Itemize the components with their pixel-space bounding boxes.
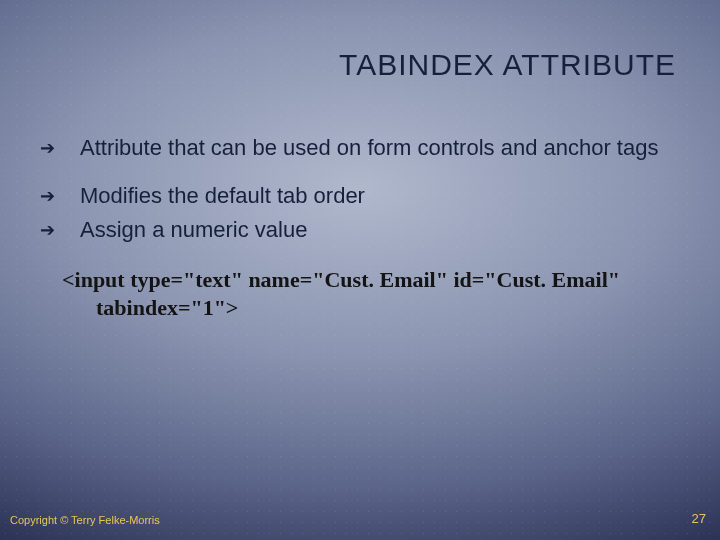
bullet-item: ➔Modifies the default tab order [62, 182, 676, 210]
bullet-text: Modifies the default tab order [80, 183, 365, 208]
bullet-text: Assign a numeric value [80, 217, 307, 242]
copyright-text: Copyright © Terry Felke-Morris [10, 514, 160, 526]
slide-content: ➔Attribute that can be used on form cont… [62, 134, 676, 321]
code-example: <input type="text" name="Cust. Email" id… [62, 266, 676, 321]
code-line: tabindex="1"> [62, 294, 676, 322]
code-line: <input type="text" name="Cust. Email" id… [62, 267, 620, 292]
bullet-arrow-icon: ➔ [62, 137, 80, 160]
slide-title: TABINDEX ATTRIBUTE [339, 48, 676, 82]
bullet-item: ➔Assign a numeric value [62, 216, 676, 244]
bullet-arrow-icon: ➔ [62, 185, 80, 208]
bullet-item: ➔Attribute that can be used on form cont… [62, 134, 676, 162]
bullet-arrow-icon: ➔ [62, 219, 80, 242]
slide-number: 27 [692, 511, 706, 526]
bullet-text: Attribute that can be used on form contr… [80, 135, 658, 160]
